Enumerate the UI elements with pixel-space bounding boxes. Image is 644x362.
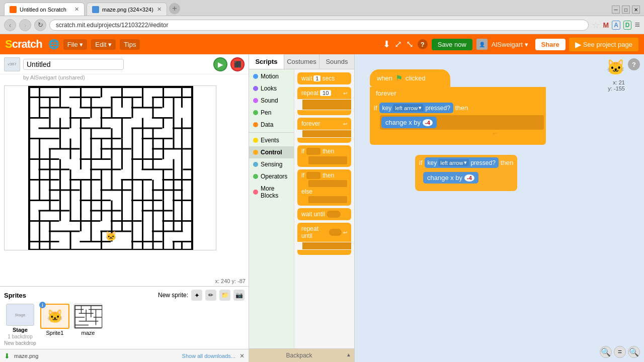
editor-tabs: Scripts Costumes Sounds — [249, 54, 354, 69]
repeat-until-block[interactable]: repeat until ↩ — [297, 223, 351, 242]
maze-display: 🐱 — [4, 85, 216, 250]
user-avatar: 👤 — [476, 39, 488, 50]
user-name[interactable]: AlSweigart ▾ — [492, 41, 528, 48]
file-menu[interactable]: File ▾ — [63, 39, 88, 50]
new-sprite-folder-btn[interactable]: 📁 — [219, 290, 230, 301]
new-sprite-paint-btn[interactable]: ✏ — [205, 290, 216, 301]
maze-svg: 🐱 — [5, 86, 216, 250]
author-label: by AlSweigart (unshared) — [23, 74, 85, 80]
categories-column: Motion Looks Sound Pen Data — [249, 69, 294, 348]
tab-scratch[interactable]: Untitled on Scratch ✕ — [4, 3, 85, 16]
if-else-block[interactable]: ifthen else — [297, 169, 351, 206]
tips-label: Tips — [124, 41, 136, 48]
win-close-btn[interactable]: ✕ — [632, 6, 640, 14]
category-more-blocks[interactable]: More Blocks — [249, 183, 294, 202]
new-sprite-camera-btn[interactable]: 📷 — [233, 290, 245, 301]
category-looks[interactable]: Looks — [249, 82, 294, 95]
sounds-tab[interactable]: Sounds — [319, 54, 354, 69]
sprites-title: Sprites — [4, 292, 26, 299]
help-corner-btn[interactable]: ? — [628, 58, 640, 70]
url-bar[interactable]: scratch.mit.edu/projects/12103222/#edito… — [49, 20, 589, 31]
wait-block[interactable]: wait 1 secs — [297, 72, 351, 84]
category-events[interactable]: Events — [249, 134, 294, 146]
scratch-logo[interactable]: Scratch — [5, 38, 42, 51]
category-data[interactable]: Data — [249, 119, 294, 131]
tab1-close[interactable]: ✕ — [74, 6, 79, 13]
category-sound[interactable]: Sound — [249, 95, 294, 107]
then2-label: then — [501, 159, 513, 166]
tips-menu[interactable]: Tips — [120, 39, 140, 50]
forever-block[interactable]: forever ↩ — [297, 118, 351, 130]
new-sprite-star-btn[interactable]: ✦ — [191, 290, 202, 301]
sprite1[interactable]: i 🐱 Sprite1 — [40, 304, 69, 336]
stage-panel: v367 ▶ ⬛ by AlSweigart (unshared) — [0, 54, 249, 362]
costumes-tab-label: Costumes — [287, 58, 316, 65]
show-downloads-btn[interactable]: Show all downloads... — [182, 353, 235, 359]
user-icon1[interactable]: A — [612, 21, 620, 30]
svg-rect-0 — [28, 86, 193, 250]
zoom-reset-btn[interactable]: = — [614, 346, 626, 358]
if-then-block[interactable]: ifthen — [297, 145, 351, 167]
stage-sprite[interactable]: Stage Stage 1 backdrop New backdrop — [4, 304, 36, 346]
script-group-2[interactable]: if key left arrow ▾ pressed? then change… — [415, 155, 517, 191]
maze-sprite[interactable]: maze — [73, 304, 103, 336]
scripts-tab[interactable]: Scripts — [249, 54, 284, 69]
win-minimize-btn[interactable]: ─ — [612, 6, 620, 14]
change2-label: change x by — [427, 174, 462, 182]
zoom-out-btn[interactable]: 🔍 — [628, 346, 640, 358]
neg2-input[interactable]: -4 — [464, 174, 474, 182]
scripts-tab-label: Scripts — [255, 58, 277, 65]
arrow-dropdown[interactable]: left arrow ▾ — [393, 104, 424, 112]
download-bar: ⬇ maze.png Show all downloads... ✕ — [0, 349, 249, 362]
blocks-panel: Scripts Costumes Sounds Motion Looks — [249, 54, 355, 362]
expand-icon[interactable]: ⤢ — [394, 39, 402, 50]
menu-icon[interactable]: ≡ — [634, 20, 640, 30]
user-icon2[interactable]: D — [623, 21, 632, 30]
category-pen[interactable]: Pen — [249, 107, 294, 119]
key-pressed-block[interactable]: key left arrow ▾ pressed? — [379, 103, 453, 113]
arrow2-dropdown[interactable]: left arrow ▾ — [438, 159, 469, 166]
forward-btn[interactable]: › — [19, 19, 31, 31]
project-name-input[interactable] — [23, 59, 124, 70]
bookmark-icon[interactable]: ☆ — [592, 20, 600, 31]
tab2-close[interactable]: ✕ — [157, 6, 162, 13]
category-operators[interactable]: Operators — [249, 170, 294, 183]
backpack-section[interactable]: Backpack ▲ — [249, 348, 354, 362]
repeat-block[interactable]: repeat 10 ↩ — [297, 87, 351, 99]
new-tab-btn[interactable]: + — [169, 3, 180, 14]
help-icon[interactable]: ? — [418, 39, 428, 49]
save-label: Save now — [438, 41, 466, 48]
dismiss-download-btn[interactable]: ✕ — [239, 352, 245, 359]
category-sensing[interactable]: Sensing — [249, 158, 294, 170]
category-motion[interactable]: Motion — [249, 70, 294, 82]
pressed2-label: pressed? — [470, 159, 495, 166]
resize-icon[interactable]: ⤡ — [406, 39, 414, 50]
zoom-in-btn[interactable]: 🔍 — [600, 346, 612, 358]
win-maximize-btn[interactable]: □ — [622, 6, 630, 14]
back-btn[interactable]: ‹ — [4, 19, 16, 31]
download-filename: maze.png — [14, 353, 38, 359]
globe-icon[interactable]: 🌐 — [48, 39, 59, 50]
green-flag-btn[interactable]: ▶ — [213, 57, 227, 71]
save-btn[interactable]: Save now — [432, 39, 472, 50]
share-btn[interactable]: Share — [535, 39, 566, 50]
editor-main: v367 ▶ ⬛ by AlSweigart (unshared) — [0, 54, 644, 362]
edit-menu[interactable]: Edit ▾ — [91, 39, 116, 50]
tab-maze[interactable]: maze.png (324×324) ✕ — [87, 3, 167, 16]
key2-pressed-block[interactable]: key left arrow ▾ pressed? — [425, 157, 499, 168]
stage-label: Stage — [13, 327, 28, 333]
wait-until-block[interactable]: wait until — [297, 208, 351, 220]
mail-icon[interactable]: M — [603, 21, 609, 29]
category-control[interactable]: Control — [249, 146, 294, 158]
see-project-btn[interactable]: ▶ See project page — [569, 37, 639, 52]
script-group-1[interactable]: when ⚑ clicked forever if key left arrow — [370, 69, 546, 145]
neg-input[interactable]: -4 — [423, 119, 433, 126]
if-label: if — [374, 104, 377, 112]
scripts-workspace[interactable]: ? 🐱 x: 21 y: -155 when ⚑ clicked forever — [355, 54, 644, 362]
refresh-btn[interactable]: ↻ — [34, 19, 46, 31]
red-stop-btn[interactable]: ⬛ — [230, 57, 245, 71]
download-icon[interactable]: ⬇ — [383, 39, 390, 50]
costumes-tab[interactable]: Costumes — [284, 54, 319, 69]
change-x-block[interactable]: change x by -4 — [381, 117, 437, 128]
change-x2-block[interactable]: change x by -4 — [423, 172, 478, 184]
